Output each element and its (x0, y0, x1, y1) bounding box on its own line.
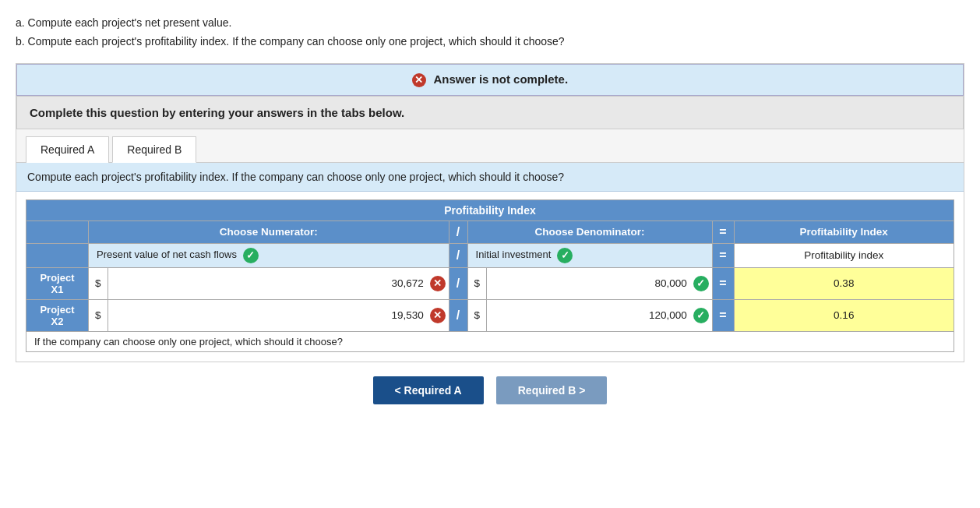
formula-denominator-check-icon: ✓ (557, 248, 573, 263)
project-x1-dollar2: $ (467, 267, 487, 299)
project-x2-result: 0.16 (734, 299, 954, 331)
project-x1-denominator-icon: ✓ (693, 276, 709, 291)
nav-buttons: < Required A Required B > (16, 376, 964, 404)
forward-button[interactable]: Required B > (496, 376, 608, 404)
col-result-header: Profitability Index (734, 220, 954, 243)
tabs-row: Required A Required B (16, 129, 964, 163)
instruction-a: a. Compute each project's net present va… (16, 14, 964, 31)
project-x1-slash: / (449, 267, 467, 299)
complete-box: Complete this question by entering your … (16, 96, 964, 129)
alert-bar: ✕ Answer is not complete. (16, 64, 964, 96)
project-x2-equals: = (712, 299, 734, 331)
instructions: a. Compute each project's net present va… (16, 14, 964, 51)
complete-text: Complete this question by entering your … (30, 106, 404, 119)
formula-result: Profitability index (734, 243, 954, 267)
project-x1-result: 0.38 (734, 267, 954, 299)
formula-slash: / (449, 243, 467, 267)
col-empty (26, 220, 89, 243)
instruction-b: b. Compute each project's profitability … (16, 33, 964, 50)
col-equals-header: = (712, 220, 734, 243)
project-x1-numerator: 30,672 ✕ (108, 267, 449, 299)
col-denominator-header: Choose Denominator: (467, 220, 712, 243)
formula-numerator-check-icon: ✓ (243, 248, 259, 263)
project-x1-row: Project X1 $ 30,672 ✕ / $ (26, 267, 954, 299)
project-x1-denominator: 80,000 ✓ (487, 267, 712, 299)
project-x1-numerator-icon: ✕ (430, 276, 446, 291)
project-x2-denominator: 120,000 ✓ (487, 299, 712, 331)
table-section: Profitability Index Choose Numerator: / … (16, 192, 964, 362)
project-x2-dollar1: $ (89, 299, 108, 331)
question-desc: Compute each project's profitability ind… (16, 163, 964, 192)
bottom-row: If the company can choose only one proje… (26, 331, 954, 351)
project-x2-dollar2: $ (467, 299, 487, 331)
project-x2-numerator-icon: ✕ (430, 308, 446, 323)
formula-label (26, 243, 89, 267)
project-x2-numerator: 19,530 ✕ (108, 299, 449, 331)
project-x2-denominator-icon: ✓ (693, 308, 709, 323)
formula-numerator: Present value of net cash flows ✓ (89, 243, 449, 267)
tab-required-a[interactable]: Required A (26, 136, 109, 163)
col-numerator-header: Choose Numerator: (89, 220, 449, 243)
bottom-row-text: If the company can choose only one proje… (26, 331, 954, 351)
formula-row: Present value of net cash flows ✓ / Init… (26, 243, 954, 267)
table-section-header: Profitability Index (26, 199, 954, 220)
formula-equals: = (712, 243, 734, 267)
col-slash-header: / (449, 220, 467, 243)
back-button[interactable]: < Required A (373, 376, 484, 404)
project-x1-dollar1: $ (89, 267, 108, 299)
project-x2-row: Project X2 $ 19,530 ✕ / $ (26, 299, 954, 331)
alert-text: Answer is not complete. (434, 72, 569, 86)
alert-icon: ✕ (412, 73, 426, 87)
tab-required-b[interactable]: Required B (112, 136, 196, 163)
project-x1-equals: = (712, 267, 734, 299)
project-x2-slash: / (449, 299, 467, 331)
profitability-table: Profitability Index Choose Numerator: / … (26, 199, 954, 352)
formula-denominator: Initial investment ✓ (467, 243, 712, 267)
project-x1-label: Project X1 (26, 267, 89, 299)
project-x2-label: Project X2 (26, 299, 89, 331)
